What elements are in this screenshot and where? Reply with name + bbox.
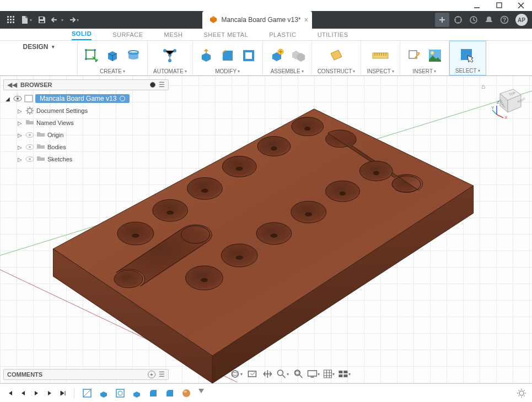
orbit-button[interactable] xyxy=(229,368,244,380)
svg-rect-104 xyxy=(295,371,299,374)
fit-button[interactable] xyxy=(291,368,305,380)
look-at-button[interactable] xyxy=(245,368,259,380)
window-close-button[interactable] xyxy=(510,0,532,11)
create-revolve-button[interactable] xyxy=(125,47,142,64)
notifications-icon[interactable] xyxy=(482,13,496,26)
undo-button[interactable] xyxy=(51,13,64,26)
group-label-create[interactable]: CREATE xyxy=(100,68,125,74)
view-cube[interactable]: ⌂ TOP FRONT RIGHT Z X Y xyxy=(491,84,524,117)
feature-appearance[interactable] xyxy=(180,388,192,399)
create-box-button[interactable] xyxy=(104,47,121,64)
visibility-eye-icon[interactable] xyxy=(25,144,34,150)
group-label-automate[interactable]: AUTOMATE xyxy=(153,68,187,74)
browser-menu-icon[interactable]: ☰ xyxy=(159,81,165,89)
tab-utilities[interactable]: UTILITIES xyxy=(318,31,348,40)
display-settings-button[interactable] xyxy=(307,368,321,380)
grid-settings-button[interactable] xyxy=(322,368,336,380)
timeline-settings-button[interactable] xyxy=(517,388,526,398)
caret-right-icon[interactable]: ▷ xyxy=(17,132,23,138)
construct-plane-button[interactable] xyxy=(328,47,345,64)
tab-plastic[interactable]: PLASTIC xyxy=(269,31,296,40)
tab-mesh[interactable]: MESH xyxy=(164,31,183,40)
add-comment-button[interactable]: + xyxy=(148,371,155,378)
automate-button[interactable] xyxy=(162,47,178,64)
joint-button[interactable] xyxy=(289,47,306,64)
svg-point-53 xyxy=(187,177,223,199)
workspace-switcher[interactable]: DESIGN▾ xyxy=(6,43,72,51)
caret-right-icon[interactable]: ▷ xyxy=(17,144,23,150)
feature-sketch-1[interactable] xyxy=(81,388,93,399)
browser-header[interactable]: ◀◀ BROWSER ☰ xyxy=(3,79,169,90)
tab-solid[interactable]: SOLID xyxy=(72,30,92,40)
timeline-prev-button[interactable] xyxy=(19,389,28,398)
tree-row-sketches[interactable]: ▷ Sketches xyxy=(3,153,169,165)
expand-comments-icon[interactable]: ☰ xyxy=(159,371,165,378)
tab-sheet-metal[interactable]: SHEET METAL xyxy=(203,31,248,40)
tree-row-origin[interactable]: ▷ Origin xyxy=(3,129,169,141)
viewport[interactable]: ◀◀ BROWSER ☰ ◢ Mancala Board Game v13 ▷ … xyxy=(0,76,532,383)
tree-row-bodies[interactable]: ▷ Bodies xyxy=(3,141,169,153)
group-insert: INSERT xyxy=(400,41,449,75)
select-button[interactable] xyxy=(459,47,476,64)
schedule-icon[interactable] xyxy=(467,13,480,26)
caret-right-icon[interactable]: ▷ xyxy=(17,156,23,162)
help-icon[interactable]: ? xyxy=(498,13,511,26)
zoom-button[interactable] xyxy=(276,368,290,380)
visibility-eye-icon[interactable] xyxy=(25,156,34,162)
new-component-button[interactable] xyxy=(268,47,285,64)
caret-right-icon[interactable]: ▷ xyxy=(17,120,23,126)
activate-radio-icon[interactable] xyxy=(120,96,125,101)
user-avatar[interactable]: AP xyxy=(515,14,528,26)
tree-row-named-views[interactable]: ▷ Named Views xyxy=(3,117,169,129)
apps-grid-icon[interactable] xyxy=(4,13,18,26)
timeline-play-button[interactable] xyxy=(32,389,41,398)
new-tab-button[interactable] xyxy=(435,13,449,27)
tab-surface[interactable]: SURFACE xyxy=(112,31,143,40)
svg-rect-107 xyxy=(324,370,331,378)
group-label-select[interactable]: SELECT xyxy=(455,68,480,74)
create-sketch-button[interactable] xyxy=(83,47,100,64)
comments-panel[interactable]: COMMENTS + ☰ xyxy=(3,369,169,380)
tree-root-row[interactable]: ◢ Mancala Board Game v13 xyxy=(3,93,169,105)
insert-canvas-button[interactable] xyxy=(427,47,443,64)
svg-line-103 xyxy=(299,375,302,378)
save-button[interactable] xyxy=(35,13,49,26)
pan-button[interactable] xyxy=(260,368,275,380)
browser-pin-icon[interactable] xyxy=(150,82,155,88)
close-tab-button[interactable]: × xyxy=(304,15,308,24)
visibility-eye-off-icon[interactable] xyxy=(25,132,34,138)
timeline-next-button[interactable] xyxy=(45,389,54,398)
document-tab[interactable]: Mancala Board Game v13* × xyxy=(202,11,311,29)
group-label-assemble[interactable]: ASSEMBLE xyxy=(271,68,304,74)
collapse-browser-icon[interactable]: ◀◀ xyxy=(7,81,17,89)
window-maximize-button[interactable] xyxy=(488,0,510,11)
file-menu-button[interactable] xyxy=(20,13,33,26)
press-pull-button[interactable] xyxy=(198,47,215,64)
caret-right-icon[interactable]: ▷ xyxy=(17,108,23,114)
feature-fillet-1[interactable] xyxy=(147,388,159,399)
fillet-button[interactable] xyxy=(219,47,236,64)
feature-fillet-2[interactable] xyxy=(164,388,176,399)
group-label-inspect[interactable]: INSPECT xyxy=(367,68,394,74)
visibility-eye-icon[interactable] xyxy=(13,95,22,102)
measure-button[interactable] xyxy=(372,47,389,64)
shell-button[interactable] xyxy=(240,47,257,64)
group-label-insert[interactable]: INSERT xyxy=(413,68,437,74)
caret-down-icon[interactable]: ◢ xyxy=(4,96,11,102)
window-minimize-button[interactable] xyxy=(466,0,488,11)
insert-derive-button[interactable] xyxy=(406,47,422,64)
feature-sketch-2[interactable] xyxy=(114,388,126,399)
timeline-marker[interactable] xyxy=(198,389,204,393)
home-view-icon[interactable]: ⌂ xyxy=(481,83,485,90)
feature-extrude-2[interactable] xyxy=(131,388,143,399)
extensions-icon[interactable] xyxy=(452,13,465,26)
redo-button[interactable] xyxy=(66,13,79,26)
feature-extrude-1[interactable] xyxy=(98,388,110,399)
viewports-button[interactable] xyxy=(337,368,352,380)
timeline-first-button[interactable] xyxy=(6,389,14,398)
timeline-last-button[interactable] xyxy=(58,389,67,398)
group-label-modify[interactable]: MODIFY xyxy=(215,68,240,74)
group-label-construct[interactable]: CONSTRUCT xyxy=(318,68,356,74)
tree-row-document-settings[interactable]: ▷ Document Settings xyxy=(3,105,169,117)
group-create: CREATE xyxy=(78,41,148,75)
